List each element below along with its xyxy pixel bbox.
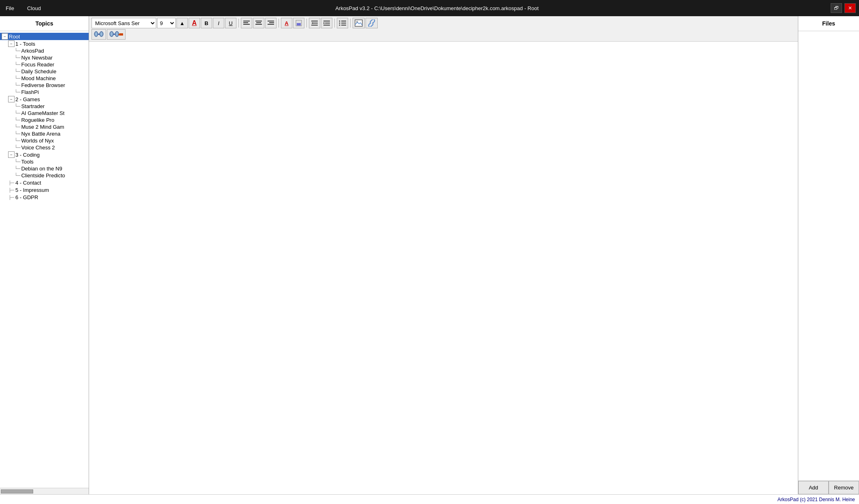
align-right-button[interactable]	[265, 18, 276, 28]
tree-item-nyx-battle-arena[interactable]: └─Nyx Battle Arena	[0, 130, 89, 137]
tree-item-debian-n9[interactable]: └─Debian on the N9	[0, 165, 89, 172]
topics-tree[interactable]: −Root−1 - Tools└─ArkosPad└─Nyx Newsbar└─…	[0, 31, 89, 488]
expand-icon-games[interactable]: −	[8, 96, 15, 102]
tree-label-voice-chess-2: Voice Chess 2	[21, 145, 55, 151]
tree-line-roguelike-pro: └─	[15, 117, 20, 123]
svg-rect-34	[113, 34, 115, 35]
tree-item-mood-machine[interactable]: └─Mood Machine	[0, 75, 89, 82]
svg-point-35	[111, 32, 113, 36]
leaf-icon-gdpr: ├─	[8, 194, 15, 200]
tree-item-roguelike-pro[interactable]: └─Roguelike Pro	[0, 117, 89, 123]
font-larger-button[interactable]: ▲	[176, 18, 188, 28]
text-color-button[interactable]: A	[281, 18, 292, 28]
tree-line-fediverse-browser: └─	[15, 83, 20, 88]
svg-point-19	[339, 21, 340, 22]
tree-item-worlds-of-nyx[interactable]: └─Worlds of Nyx	[0, 137, 89, 144]
expand-icon-tools[interactable]: −	[8, 40, 15, 47]
search-button[interactable]	[91, 29, 106, 40]
tree-item-coding[interactable]: −3 - Coding	[0, 151, 89, 158]
tree-line-flashpi: └─	[15, 89, 20, 95]
status-bar: ArkosPad (c) 2021 Dennis M. Heine	[0, 494, 859, 504]
align-center-button[interactable]	[253, 18, 264, 28]
tree-item-tools[interactable]: −1 - Tools	[0, 40, 89, 47]
menu-file[interactable]: File	[3, 4, 17, 12]
tree-label-root: Root	[9, 34, 20, 40]
tree-item-voice-chess-2[interactable]: └─Voice Chess 2	[0, 144, 89, 151]
tree-label-impressum: 5 - Impressum	[15, 187, 49, 193]
restore-button[interactable]: 🗗	[831, 3, 842, 13]
tree-label-fediverse-browser: Fediverse Browser	[21, 82, 65, 88]
tree-item-daily-schedule[interactable]: └─Daily Schedule	[0, 68, 89, 75]
align-left-button[interactable]	[241, 18, 252, 28]
expand-icon-coding[interactable]: −	[8, 151, 15, 158]
tree-label-coding: 3 - Coding	[15, 152, 40, 158]
tree-item-root[interactable]: −Root	[0, 33, 89, 40]
tree-item-startrader[interactable]: └─Startrader	[0, 103, 89, 110]
close-button[interactable]: ✕	[844, 3, 856, 13]
topics-scrollbar[interactable]	[0, 488, 89, 494]
tree-line-voice-chess-2: └─	[15, 145, 20, 151]
tree-label-gdpr: 6 - GDPR	[15, 194, 38, 200]
menu-cloud[interactable]: Cloud	[25, 4, 43, 12]
tree-item-arkospad[interactable]: └─ArkosPad	[0, 47, 89, 54]
tree-label-startrader: Startrader	[21, 103, 45, 109]
tree-item-games[interactable]: −2 - Games	[0, 96, 89, 103]
underline-button[interactable]: U	[225, 18, 236, 28]
list-button[interactable]	[337, 18, 348, 28]
tree-label-mood-machine: Mood Machine	[21, 75, 55, 81]
tree-label-contact: 4 - Contact	[15, 180, 41, 186]
tree-item-impressum[interactable]: ├─5 - Impressum	[0, 186, 89, 194]
tree-line-debian-n9: └─	[15, 166, 20, 172]
link-button[interactable]	[366, 18, 378, 28]
toolbar-sep-3	[306, 19, 307, 28]
italic-button[interactable]: I	[213, 18, 224, 28]
files-content	[798, 31, 859, 481]
title-bar: File Cloud ArkosPad v3.2 - C:\Users\denn…	[0, 0, 859, 16]
tree-item-gdpr[interactable]: ├─6 - GDPR	[0, 194, 89, 201]
toolbar: Microsoft Sans Ser Arial Times New Roman…	[89, 16, 798, 42]
tree-item-contact[interactable]: ├─4 - Contact	[0, 179, 89, 186]
tree-line-ai-gamemaster: └─	[15, 111, 20, 116]
tree-line-focus-reader: └─	[15, 62, 20, 68]
tree-label-nyx-newsbar: Nyx Newsbar	[21, 55, 52, 61]
editor-content[interactable]	[89, 42, 798, 494]
tree-label-nyx-battle-arena: Nyx Battle Arena	[21, 131, 60, 137]
svg-point-30	[95, 32, 98, 36]
font-family-select[interactable]: Microsoft Sans Ser Arial Times New Roman	[91, 18, 156, 28]
font-size-select[interactable]: 8 9 10 11 12 14	[157, 18, 176, 28]
tree-item-nyx-newsbar[interactable]: └─Nyx Newsbar	[0, 54, 89, 61]
toolbar-sep-2	[279, 19, 279, 28]
tree-label-ai-gamemaster: AI GameMaster St	[21, 110, 64, 116]
image-button[interactable]	[353, 18, 365, 28]
leaf-icon-impressum: ├─	[8, 187, 15, 193]
outdent-button[interactable]	[309, 18, 320, 28]
topics-scrollbar-thumb[interactable]	[1, 489, 33, 493]
tree-label-muse-2-mind-gam: Muse 2 Mind Gam	[21, 124, 64, 130]
editor-panel: Microsoft Sans Ser Arial Times New Roman…	[89, 16, 798, 494]
svg-marker-14	[311, 22, 313, 24]
tree-label-daily-schedule: Daily Schedule	[21, 68, 56, 74]
font-color-button[interactable]: A	[189, 18, 200, 28]
remove-file-button[interactable]: Remove	[829, 481, 859, 494]
tree-item-flashpi[interactable]: └─FlashPi	[0, 89, 89, 96]
svg-point-20	[339, 23, 340, 24]
highlight-button[interactable]	[293, 18, 304, 28]
toolbar-sep-5	[350, 19, 351, 28]
tree-label-worlds-of-nyx: Worlds of Nyx	[21, 138, 54, 144]
files-header: Files	[798, 16, 859, 31]
expand-icon-root[interactable]: −	[2, 33, 8, 40]
tree-label-roguelike-pro: Roguelike Pro	[21, 117, 54, 123]
tree-item-ai-gamemaster[interactable]: └─AI GameMaster St	[0, 110, 89, 117]
tree-item-clientside-pred[interactable]: └─Clientside Predicto	[0, 172, 89, 179]
add-file-button[interactable]: Add	[798, 481, 829, 494]
tree-item-tools-coding[interactable]: └─Tools	[0, 158, 89, 165]
tree-item-fediverse-browser[interactable]: └─Fediverse Browser	[0, 82, 89, 89]
tree-line-nyx-newsbar: └─	[15, 55, 20, 61]
main-container: Topics −Root−1 - Tools└─ArkosPad└─Nyx Ne…	[0, 16, 859, 494]
bold-button[interactable]: B	[201, 18, 212, 28]
tree-item-focus-reader[interactable]: └─Focus Reader	[0, 61, 89, 68]
indent-button[interactable]	[321, 18, 332, 28]
tree-item-muse-2-mind-gam[interactable]: └─Muse 2 Mind Gam	[0, 123, 89, 130]
tree-label-focus-reader: Focus Reader	[21, 62, 54, 68]
search-replace-button[interactable]	[107, 29, 125, 40]
